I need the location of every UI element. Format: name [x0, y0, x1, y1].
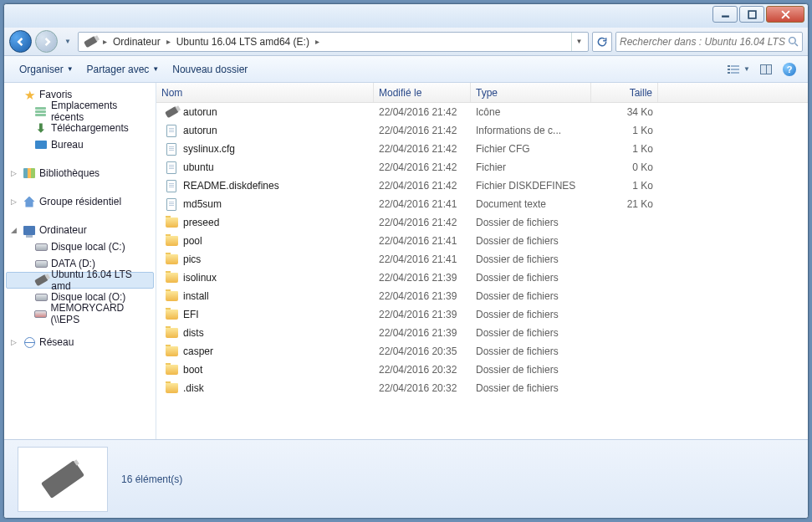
file-row[interactable]: EFI22/04/2016 21:39Dossier de fichiers	[156, 305, 808, 324]
chevron-right-icon[interactable]: ▸	[313, 37, 322, 46]
folder-icon	[165, 216, 178, 229]
file-date: 22/04/2016 21:42	[374, 106, 471, 118]
file-date: 22/04/2016 21:42	[374, 217, 471, 228]
chevron-right-icon[interactable]: ▸	[100, 37, 110, 46]
file-row[interactable]: md5sum22/04/2016 21:41Document texte21 K…	[156, 195, 808, 213]
history-dropdown[interactable]: ▼	[61, 33, 74, 50]
breadcrumb-computer[interactable]: Ordinateur	[110, 33, 164, 51]
back-button[interactable]	[9, 30, 32, 53]
usb-icon	[35, 274, 48, 287]
file-row[interactable]: syslinux.cfg22/04/2016 21:42Fichier CFG1…	[156, 140, 808, 158]
file-name: EFI	[183, 309, 199, 320]
file-name: autorun	[183, 106, 217, 118]
search-input[interactable]	[620, 36, 788, 48]
help-icon: ?	[783, 63, 796, 76]
file-row[interactable]: README.diskdefines22/04/2016 21:42Fichie…	[156, 177, 808, 195]
breadcrumb-drive[interactable]: Ubuntu 16.04 LTS amd64 (E:)	[173, 33, 313, 51]
file-row[interactable]: autorun22/04/2016 21:42Informations de c…	[156, 121, 808, 140]
folder-icon	[165, 289, 178, 303]
file-date: 22/04/2016 21:39	[374, 327, 471, 339]
search-box[interactable]	[615, 32, 803, 52]
file-row[interactable]: boot22/04/2016 20:32Dossier de fichiers	[156, 361, 808, 379]
preview-pane-button[interactable]	[756, 59, 776, 79]
file-row[interactable]: casper22/04/2016 20:35Dossier de fichier…	[156, 342, 808, 361]
drive-thumbnail	[18, 447, 108, 512]
file-type: Fichier DISKDEFINES	[471, 180, 591, 192]
file-row[interactable]: .disk22/04/2016 20:32Dossier de fichiers	[156, 379, 808, 397]
file-row[interactable]: pics22/04/2016 21:41Dossier de fichiers	[156, 250, 808, 269]
forward-button[interactable]	[35, 30, 58, 53]
column-type[interactable]: Type	[471, 83, 591, 102]
sidebar-recent-places[interactable]: Emplacements récents	[4, 103, 156, 120]
file-list: autorun22/04/2016 21:42Icône34 Koautorun…	[156, 103, 808, 439]
sidebar-drive-e[interactable]: Ubuntu 16.04 LTS amd	[6, 272, 154, 289]
sidebar-label: Téléchargements	[51, 122, 129, 134]
file-name: dists	[183, 327, 204, 339]
download-icon: ⬇	[34, 121, 48, 135]
sidebar-libraries[interactable]: ▷Bibliothèques	[4, 165, 156, 182]
file-name: .disk	[183, 382, 204, 394]
file-date: 22/04/2016 21:42	[374, 125, 471, 136]
sidebar-homegroup[interactable]: ▷Groupe résidentiel	[4, 193, 156, 210]
file-size: 0 Ko	[591, 161, 658, 173]
file-row[interactable]: preseed22/04/2016 21:42Dossier de fichie…	[156, 213, 808, 232]
file-row[interactable]: dists22/04/2016 21:39Dossier de fichiers	[156, 324, 808, 342]
sidebar-desktop[interactable]: Bureau	[4, 136, 156, 153]
file-row[interactable]: autorun22/04/2016 21:42Icône34 Ko	[156, 103, 808, 121]
column-modified[interactable]: Modifié le	[374, 83, 471, 102]
explorer-window: ▼ ▸ Ordinateur ▸ Ubuntu 16.04 LTS amd64 …	[3, 3, 809, 519]
sidebar-computer[interactable]: ◢Ordinateur	[4, 222, 156, 238]
share-button[interactable]: Partager avec▼	[80, 60, 166, 79]
sidebar-label: DATA (D:)	[51, 258, 95, 269]
file-type: Dossier de fichiers	[471, 327, 591, 339]
file-row[interactable]: install22/04/2016 21:39Dossier de fichie…	[156, 287, 808, 305]
file-type: Dossier de fichiers	[471, 364, 591, 376]
file-row[interactable]: pool22/04/2016 21:41Dossier de fichiers	[156, 232, 808, 250]
file-date: 22/04/2016 20:32	[374, 382, 471, 394]
svg-rect-10	[728, 72, 730, 74]
file-date: 22/04/2016 21:41	[374, 198, 471, 210]
sidebar-drive-c[interactable]: Disque local (C:)	[4, 238, 156, 255]
folder-icon	[165, 234, 178, 248]
folder-icon	[165, 271, 178, 284]
sidebar-label: Emplacements récents	[51, 100, 152, 123]
file-type: Dossier de fichiers	[471, 235, 591, 247]
file-date: 22/04/2016 21:42	[374, 180, 471, 192]
column-size[interactable]: Taille	[591, 83, 658, 102]
column-name[interactable]: Nom	[156, 83, 374, 102]
file-row[interactable]: isolinux22/04/2016 21:39Dossier de fichi…	[156, 269, 808, 287]
usb-icon	[84, 35, 97, 49]
file-date: 22/04/2016 21:41	[374, 235, 471, 247]
view-mode-button[interactable]: ▼	[724, 62, 753, 77]
svg-rect-8	[728, 69, 730, 70]
file-row[interactable]: ubuntu22/04/2016 21:42Fichier0 Ko	[156, 158, 808, 177]
file-icon	[165, 197, 178, 211]
chevron-right-icon[interactable]: ▸	[164, 37, 173, 46]
folder-icon	[165, 381, 178, 395]
details-pane: 16 élément(s)	[4, 439, 808, 518]
new-folder-button[interactable]: Nouveau dossier	[166, 60, 254, 79]
address-bar[interactable]: ▸ Ordinateur ▸ Ubuntu 16.04 LTS amd64 (E…	[78, 32, 589, 52]
network-icon	[23, 335, 36, 349]
file-type: Dossier de fichiers	[471, 309, 591, 320]
organize-button[interactable]: Organiser▼	[13, 60, 80, 79]
places-icon	[34, 105, 48, 118]
sidebar-network[interactable]: ▷Réseau	[4, 334, 156, 351]
file-name: ubuntu	[183, 161, 214, 173]
sidebar-drive-memorycard[interactable]: MEMORYCARD (\\EPS	[4, 305, 156, 322]
drive-icon	[34, 290, 48, 304]
svg-rect-7	[731, 65, 739, 67]
minimize-button[interactable]	[712, 6, 738, 23]
address-dropdown[interactable]: ▼	[571, 33, 586, 51]
maximize-button[interactable]	[739, 6, 764, 23]
file-date: 22/04/2016 21:39	[374, 309, 471, 320]
help-button[interactable]: ?	[779, 59, 799, 79]
file-type: Document texte	[471, 198, 591, 210]
library-icon	[23, 166, 36, 180]
folder-icon	[165, 363, 178, 376]
file-date: 22/04/2016 21:42	[374, 161, 471, 173]
sidebar-label: Ordinateur	[39, 224, 87, 236]
close-button[interactable]	[766, 6, 804, 23]
refresh-button[interactable]	[592, 32, 612, 52]
file-date: 22/04/2016 21:42	[374, 143, 471, 155]
